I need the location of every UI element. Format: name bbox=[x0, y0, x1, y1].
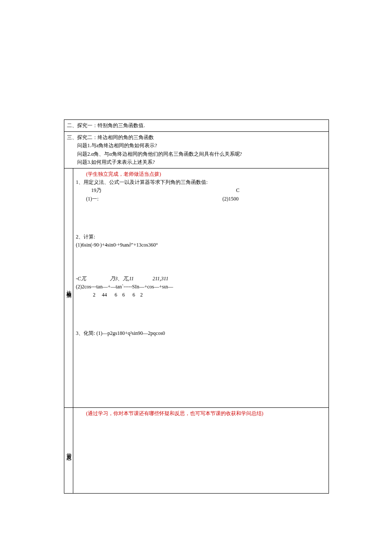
dabiao-p2-eq2-l3: 2 44 6 6 6 2 bbox=[76, 291, 326, 299]
dabiao-p1-sub1: (1)一: bbox=[76, 195, 171, 203]
section3-title: 三、探究二：终边相同的角的三角函数 bbox=[67, 134, 326, 142]
dabiao-note: (学生独立完成，老师做适当点拨) bbox=[76, 170, 326, 178]
dabiao-p1-sub2: (2)1500 bbox=[222, 195, 239, 203]
dabiao-side-label: 达标检测 bbox=[64, 169, 73, 407]
xuehou-side-label: 学后反思 bbox=[64, 408, 73, 493]
dabiao-content: (学生独立完成，老师做适当点拨) 1、用定义法、公式一以及计算器等求下列角的三角… bbox=[73, 169, 329, 407]
dabiao-p2-title: 2、计算: bbox=[76, 233, 326, 241]
section3-q3: 问题3.如何用式子来表示上述关系? bbox=[67, 158, 326, 166]
dabiao-p1-l1b: C bbox=[236, 186, 239, 195]
dabiao-p2-eq2-l1c: 211,311 bbox=[153, 275, 204, 283]
dabiao-p2-eq2-l2: (2)2cos---tan—+—tan`-----SIn—+cos—+sιn— bbox=[76, 283, 326, 291]
dabiao-p2-eq1: (1)6sin(-90·)+4sin0·+9ιan∂″+13cos360° bbox=[76, 241, 326, 249]
section3-q2: 问题2.α角、与α角终边相同的角他们的同名三角函数之间具有什么关系呢? bbox=[67, 150, 326, 158]
section3-q1: 问题1.与a角终边相同的角如何表示? bbox=[67, 142, 326, 150]
section3-block: 三、探究二：终边相同的角的三角函数 问题1.与a角终边相同的角如何表示? 问题2… bbox=[64, 132, 329, 168]
dabiao-p1-title: 1、用定义法、公式一以及计算器等求下列角的三角函数值: bbox=[76, 178, 326, 186]
section2-title: 二、探究一：特别角的三角函数值. bbox=[64, 120, 329, 131]
dabiao-p2-eq2-l1a: -C兀 bbox=[76, 275, 110, 283]
xuehou-content: (通过学习，你对本节课还有哪些怀疑和反思，也可写本节课的收获和学问总结) bbox=[73, 408, 329, 493]
dabiao-p3-title: 3、化简: (1)—p2gs180+q²sin90—2pqcos0 bbox=[76, 329, 326, 337]
xuehou-note: (通过学习，你对本节课还有哪些怀疑和反思，也可写本节课的收获和学问总结) bbox=[76, 410, 326, 418]
dabiao-p1-l1a: 19乃 bbox=[76, 186, 142, 195]
dabiao-p2-eq2-l1b: 乃3、兀,11 bbox=[110, 275, 153, 283]
